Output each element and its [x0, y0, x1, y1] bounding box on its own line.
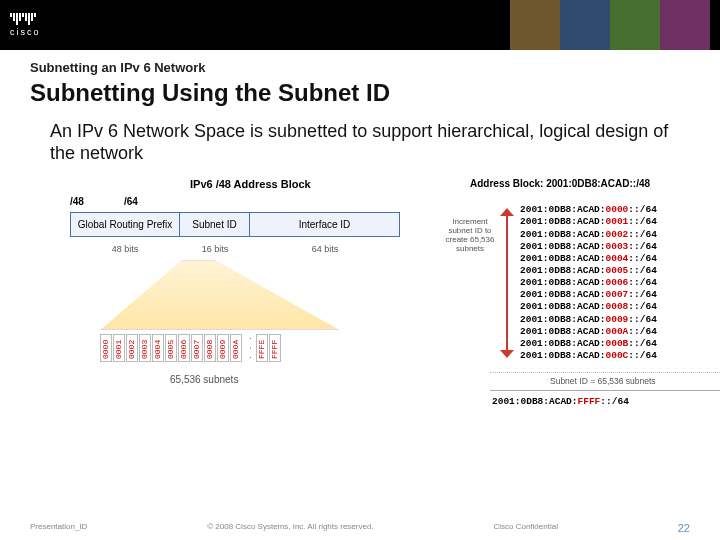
box-subnet-id: Subnet ID: [180, 212, 250, 237]
address-row: 2001:0DB8:ACAD:000B::/64: [520, 338, 657, 350]
address-row: 2001:0DB8:ACAD:000C::/64: [520, 350, 657, 362]
subnet-id-cell: FFFF: [269, 334, 281, 362]
address-row: 2001:0DB8:ACAD:0003::/64: [520, 241, 657, 253]
address-row: 2001:0DB8:ACAD:0005::/64: [520, 265, 657, 277]
subnet-id-cell: 000A: [230, 334, 242, 362]
section-kicker: Subnetting an IPv 6 Network: [30, 60, 690, 75]
footer-right: Cisco Confidential: [493, 522, 557, 534]
last-prefix: 2001:0DB8:ACAD:: [492, 396, 578, 407]
bits-64: 64 bits: [250, 244, 400, 254]
slide-footer: Presentation_ID © 2008 Cisco Systems, In…: [0, 522, 720, 534]
footer-left: Presentation_ID: [30, 522, 87, 534]
divider-dotted: [490, 372, 720, 373]
box-global-routing-prefix: Global Routing Prefix: [70, 212, 180, 237]
increment-arrow-icon: [500, 208, 514, 358]
top-bar: cisco: [0, 0, 720, 50]
subnet-id-cell: 0008: [204, 334, 216, 362]
address-row: 2001:0DB8:ACAD:0000::/64: [520, 204, 657, 216]
bits-16: 16 bits: [180, 244, 250, 254]
diagram-title: IPv6 /48 Address Block: [190, 178, 311, 190]
ellipsis: . . .: [243, 334, 255, 362]
subnet-fan-shape: [100, 260, 340, 330]
address-block-label: Address Block: 2001:0DB8:ACAD::/48: [470, 178, 650, 189]
address-row: 2001:0DB8:ACAD:0004::/64: [520, 253, 657, 265]
ipv6-diagram: IPv6 /48 Address Block /48 /64 Global Ro…: [40, 178, 680, 418]
subnet-id-cell: 0005: [165, 334, 177, 362]
subnet-id-cell: 0000: [100, 334, 112, 362]
prefix-64: /64: [124, 196, 138, 207]
box-interface-id: Interface ID: [250, 212, 400, 237]
slide-content: Subnetting an IPv 6 Network Subnetting U…: [0, 50, 720, 418]
subnet-id-cell: 0003: [139, 334, 151, 362]
subnet-id-cell: 0004: [152, 334, 164, 362]
cisco-logo: cisco: [10, 13, 41, 37]
subnet-id-cell: 0001: [113, 334, 125, 362]
subnet-id-cell: 0009: [217, 334, 229, 362]
subnet-id-cell: 0007: [191, 334, 203, 362]
logo-bridge-icon: [10, 13, 41, 25]
last-suffix: ::/64: [600, 396, 629, 407]
address-row: 2001:0DB8:ACAD:000A::/64: [520, 326, 657, 338]
address-row: 2001:0DB8:ACAD:0007::/64: [520, 289, 657, 301]
subnet-count-label: 65,536 subnets: [170, 374, 238, 385]
page-number: 22: [678, 522, 690, 534]
address-boxes: Global Routing Prefix Subnet ID Interfac…: [70, 212, 400, 237]
address-row: 2001:0DB8:ACAD:0001::/64: [520, 216, 657, 228]
address-row: 2001:0DB8:ACAD:0009::/64: [520, 314, 657, 326]
subnet-id-cell: FFFE: [256, 334, 268, 362]
last-id: FFFF: [578, 396, 601, 407]
slide-body: An IPv 6 Network Space is subnetted to s…: [50, 121, 670, 164]
prefix-48: /48: [70, 196, 84, 207]
bit-labels: 48 bits 16 bits 64 bits: [70, 244, 400, 254]
footer-center: © 2008 Cisco Systems, Inc. All rights re…: [207, 522, 373, 534]
address-row: 2001:0DB8:ACAD:0006::/64: [520, 277, 657, 289]
subnet-id-cell: 0002: [126, 334, 138, 362]
prefix-row: /48 /64: [70, 196, 138, 207]
bits-48: 48 bits: [70, 244, 180, 254]
last-subnet-line: 2001:0DB8:ACAD:FFFF::/64: [492, 396, 629, 407]
address-row: 2001:0DB8:ACAD:0008::/64: [520, 301, 657, 313]
subnet-address-list: 2001:0DB8:ACAD:0000::/642001:0DB8:ACAD:0…: [520, 204, 657, 362]
subnet-id-strip: 0000000100020003000400050006000700080009…: [100, 334, 281, 362]
header-people-image: [510, 0, 710, 50]
subnet-list-note: Subnet ID = 65,536 subnets: [550, 376, 656, 386]
logo-text: cisco: [10, 27, 41, 37]
address-row: 2001:0DB8:ACAD:0002::/64: [520, 229, 657, 241]
divider-line: [490, 390, 720, 391]
subnet-id-cell: 0006: [178, 334, 190, 362]
slide-title: Subnetting Using the Subnet ID: [30, 79, 690, 107]
increment-note: Increment subnet ID to create 65,536 sub…: [440, 218, 500, 253]
